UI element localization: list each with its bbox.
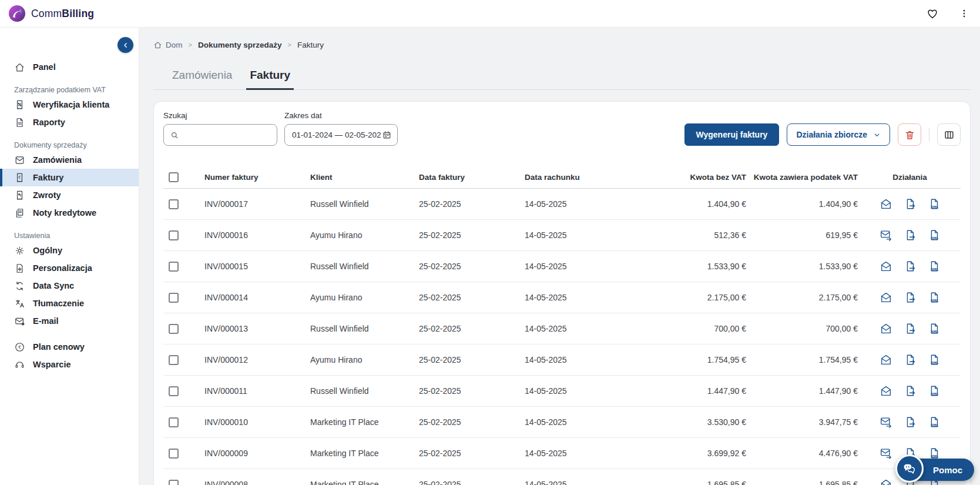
sidebar-item-wsparcie[interactable]: Wsparcie: [0, 356, 139, 373]
table-row[interactable]: INV/000008Marketing IT Place25-02-202514…: [163, 469, 961, 485]
sidebar-item-tlumaczenie[interactable]: Tłumaczenie: [0, 295, 139, 312]
breadcrumb-home[interactable]: Dom: [153, 41, 183, 49]
row-actions: XML: [859, 322, 961, 335]
row-checkbox[interactable]: [169, 293, 179, 303]
row-checkbox[interactable]: [169, 417, 179, 427]
export-document-icon[interactable]: [904, 322, 917, 335]
row-checkbox[interactable]: [169, 199, 179, 209]
sidebar-item-personalizacja[interactable]: Personalizacja: [0, 259, 139, 277]
table-row[interactable]: INV/000014Ayumu Hirano25-02-202514-05-20…: [163, 282, 961, 313]
row-checkbox[interactable]: [169, 230, 179, 240]
table-row[interactable]: INV/000017Russell Winfield25-02-202514-0…: [163, 189, 961, 220]
gross-amount: 1.533,90 €: [747, 262, 859, 271]
breadcrumb-item-dokumenty-sprzedazy[interactable]: Dokumenty sprzedaży: [198, 41, 282, 49]
sidebar-item-e-mail[interactable]: E-mail: [0, 312, 139, 330]
sidebar-collapse-button[interactable]: [118, 37, 133, 53]
column-header-data-faktury[interactable]: Data faktury: [415, 173, 521, 182]
row-checkbox[interactable]: [169, 386, 179, 396]
heart-icon[interactable]: [926, 7, 939, 20]
bulk-actions-button[interactable]: Działania zbiorcze: [787, 123, 890, 146]
net-amount: 1.754,95 €: [656, 355, 747, 364]
generate-invoices-button[interactable]: Wygeneruj faktury: [684, 123, 780, 146]
row-checkbox-cell: [163, 293, 201, 303]
column-chooser-button[interactable]: [937, 123, 961, 146]
sidebar-item-plan-cenowy[interactable]: €Plan cenowy: [0, 338, 139, 356]
column-header-kwota-zawiera-podatek-vat[interactable]: Kwota zawiera podatek VAT: [747, 173, 859, 182]
row-checkbox[interactable]: [169, 324, 179, 334]
mail-send-icon[interactable]: [880, 447, 892, 460]
sidebar-section: Zarządzanie podatkiem VATWeryfikacja kli…: [0, 84, 139, 131]
table-row[interactable]: INV/000010Marketing IT Place25-02-202514…: [163, 407, 961, 438]
row-actions: XML: [859, 384, 961, 397]
sidebar-item-zamowienia[interactable]: Zamówienia: [0, 151, 139, 169]
export-document-icon[interactable]: [904, 260, 917, 273]
sidebar-item-panel[interactable]: Panel: [0, 58, 139, 76]
svg-text:XML: XML: [930, 267, 938, 271]
table-row[interactable]: INV/000009Marketing IT Place25-02-202514…: [163, 438, 961, 469]
row-checkbox[interactable]: [169, 355, 179, 365]
sidebar-item-ogolny[interactable]: Ogólny: [0, 242, 139, 259]
row-checkbox[interactable]: [169, 449, 179, 459]
sidebar-item-faktury[interactable]: €Faktury: [0, 169, 139, 186]
sidebar-item-raporty[interactable]: Raporty: [0, 113, 139, 131]
mail-send-icon[interactable]: [880, 229, 892, 242]
export-document-icon[interactable]: [904, 416, 917, 429]
download-xml-icon[interactable]: XML: [928, 322, 941, 335]
column-header-kwota-bez-vat[interactable]: Kwota bez VAT: [656, 173, 747, 182]
mail-send-icon[interactable]: [880, 416, 892, 429]
download-xml-icon[interactable]: XML: [928, 198, 941, 210]
tab-faktury[interactable]: Faktury: [246, 66, 294, 89]
kebab-menu-icon[interactable]: [959, 8, 969, 19]
table-row[interactable]: INV/000011Russell Winfield25-02-202514-0…: [163, 376, 961, 407]
export-document-icon[interactable]: [904, 384, 917, 397]
client-name: Ayumu Hirano: [307, 293, 415, 302]
calendar-icon: [382, 130, 392, 140]
date-range-input[interactable]: 01-01-2024 — 02-05-202: [284, 124, 398, 146]
export-document-icon[interactable]: [904, 229, 917, 242]
invoice-date: 25-02-2025: [415, 480, 521, 485]
download-xml-icon[interactable]: XML: [928, 447, 941, 460]
column-header-data-rachunku[interactable]: Data rachunku: [521, 173, 656, 182]
table-row[interactable]: INV/000012Ayumu Hirano25-02-202514-05-20…: [163, 344, 961, 376]
download-xml-icon[interactable]: XML: [928, 353, 941, 366]
mail-open-icon[interactable]: [880, 478, 892, 485]
delete-button[interactable]: [898, 123, 921, 146]
mail-open-icon[interactable]: [880, 384, 892, 397]
column-header-numer-faktury[interactable]: Numer faktury: [201, 173, 307, 182]
table-row[interactable]: INV/000015Russell Winfield25-02-202514-0…: [163, 251, 961, 282]
column-header-dzialania[interactable]: Działania: [859, 173, 961, 182]
search-input[interactable]: [184, 130, 272, 140]
export-document-icon[interactable]: [904, 353, 917, 366]
table-row[interactable]: INV/000013Russell Winfield25-02-202514-0…: [163, 313, 961, 344]
sidebar-item-noty-kredytowe[interactable]: Noty kredytowe: [0, 204, 139, 222]
download-xml-icon[interactable]: XML: [928, 260, 941, 273]
sidebar-item-weryfikacja-klienta[interactable]: Weryfikacja klienta: [0, 96, 139, 113]
export-document-icon[interactable]: [904, 291, 917, 304]
invoice-date: 25-02-2025: [415, 386, 521, 396]
mail-open-icon[interactable]: [880, 198, 892, 210]
brand-name: CommBilling: [31, 8, 94, 20]
sidebar-item-data-sync[interactable]: Data Sync: [0, 277, 139, 295]
row-checkbox[interactable]: [169, 480, 179, 485]
export-document-icon[interactable]: [904, 198, 917, 210]
receipt-euro-icon: €: [14, 172, 25, 183]
sidebar-item-zwroty[interactable]: Zwroty: [0, 186, 139, 204]
mail-open-icon[interactable]: [880, 260, 892, 273]
column-header-klient[interactable]: Klient: [307, 173, 415, 182]
table-row[interactable]: INV/000016Ayumu Hirano25-02-202514-05-20…: [163, 220, 961, 251]
download-xml-icon[interactable]: XML: [928, 416, 941, 429]
mail-open-icon[interactable]: [880, 322, 892, 335]
sidebar-section: UstawieniaOgólnyPersonalizacjaData SyncT…: [0, 230, 139, 330]
select-all-checkbox[interactable]: [169, 172, 179, 182]
download-xml-icon[interactable]: XML: [928, 291, 941, 304]
tab-zamowienia[interactable]: Zamówienia: [169, 66, 236, 89]
row-checkbox[interactable]: [169, 262, 179, 272]
help-button[interactable]: Pomoc: [900, 459, 974, 481]
download-xml-icon[interactable]: XML: [928, 384, 941, 397]
mail-open-icon[interactable]: [880, 291, 892, 304]
sidebar-item-label: Noty kredytowe: [33, 208, 96, 218]
net-amount: 3.699,92 €: [656, 449, 747, 458]
mail-open-icon[interactable]: [880, 353, 892, 366]
sidebar-section-label: Dokumenty sprzedaży: [0, 139, 139, 151]
download-xml-icon[interactable]: XML: [928, 229, 941, 242]
